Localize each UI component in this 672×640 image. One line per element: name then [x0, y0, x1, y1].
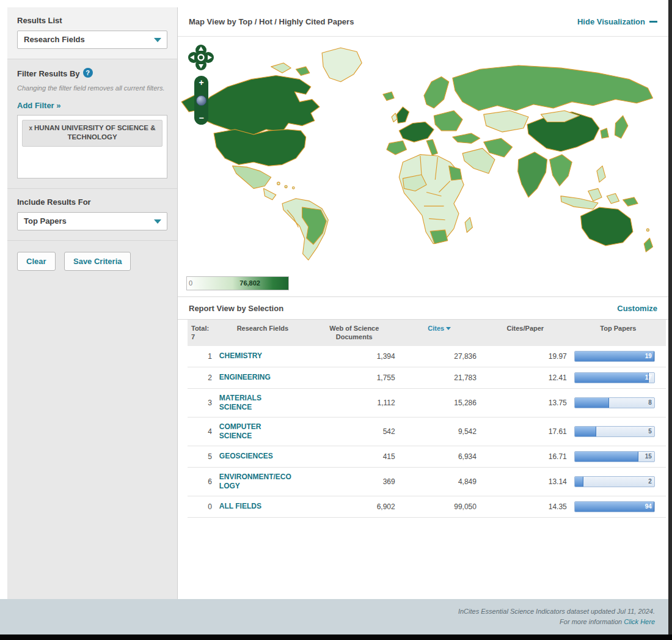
field-link[interactable]: ALL FIELDS [219, 502, 261, 511]
active-filter-label: HUNAN UNIVERSITY OF SCIENCE & TECHNOLOGY [34, 124, 156, 141]
top-papers-bar: 2 [574, 476, 655, 487]
main-panel: Map View by Top / Hot / Highly Cited Pap… [177, 7, 668, 599]
field-link[interactable]: COMPUTER SCIENCE [219, 422, 291, 441]
include-results-section: Include Results For Top Papers [7, 189, 177, 241]
cites-per-paper-value: 13.75 [480, 388, 571, 417]
field-link[interactable]: CHEMISTRY [219, 351, 262, 361]
row-rank: 6 [188, 467, 216, 496]
report-header: Report View by Selection Customize [178, 296, 668, 320]
include-results-label: Include Results For [17, 197, 167, 207]
clear-button[interactable]: Clear [17, 252, 56, 271]
column-header-cites-per-paper[interactable]: Cites/Paper [480, 320, 571, 346]
table-row: 3 MATERIALS SCIENCE 1,112 15,286 13.75 8 [188, 388, 666, 417]
cites-per-paper-value: 13.14 [480, 467, 571, 496]
dataset-updated-text: InCites Essential Science Indicators dat… [0, 606, 655, 617]
top-papers-value: 5 [648, 428, 652, 435]
globe-icon[interactable] [196, 95, 206, 106]
top-papers-value: 94 [645, 503, 652, 510]
field-link[interactable]: ENGINEERING [219, 373, 271, 382]
field-link[interactable]: GEOSCIENCES [219, 452, 273, 461]
save-criteria-button[interactable]: Save Criteria [64, 252, 131, 271]
column-header-research-fields[interactable]: Research Fields [216, 320, 310, 346]
field-link[interactable]: ENVIRONMENT/ECOLOGY [219, 473, 291, 491]
row-rank: 5 [188, 446, 216, 467]
results-list-section: Results List Research Fields [7, 7, 177, 59]
top-papers-value: 17 [645, 374, 652, 381]
legend-max-value: 76,802 [239, 279, 260, 287]
legend-min-value: 0 [189, 279, 192, 287]
add-filter-link[interactable]: Add Filter » [17, 101, 61, 110]
map-zoom-control[interactable]: + − [194, 76, 208, 125]
more-information-text: For more information Click Here [0, 617, 655, 627]
top-papers-value: 15 [645, 453, 652, 460]
collapse-minus-icon [649, 21, 657, 23]
map-visualization: + − 0 76,802 [178, 37, 668, 296]
top-papers-bar: 5 [574, 426, 655, 437]
cites-value: 6,934 [399, 446, 480, 467]
filter-note-text: Changing the filter field removes all cu… [17, 84, 167, 94]
cites-value: 27,836 [399, 346, 480, 367]
top-papers-bar: 19 [574, 351, 655, 362]
top-papers-value: 2 [648, 478, 652, 485]
documents-value: 415 [310, 446, 399, 467]
top-papers-value: 8 [648, 399, 652, 406]
world-map[interactable] [178, 42, 669, 273]
documents-value: 369 [310, 467, 399, 496]
chevron-down-icon [154, 38, 161, 42]
top-papers-bar: 94 [574, 501, 655, 512]
row-rank: 3 [188, 388, 216, 417]
results-list-label: Results List [17, 16, 167, 25]
table-row: 6 ENVIRONMENT/ECOLOGY 369 4,849 13.14 2 [188, 467, 666, 496]
map-title: Map View by Top / Hot / Highly Cited Pap… [189, 17, 354, 26]
report-title: Report View by Selection [189, 304, 283, 313]
table-row: 0 ALL FIELDS 6,902 99,050 14.35 94 [188, 496, 666, 517]
cites-per-paper-value: 16.71 [480, 446, 571, 467]
sort-desc-icon [446, 327, 451, 330]
active-filter-chip[interactable]: xHUNAN UNIVERSITY OF SCIENCE & TECHNOLOG… [22, 120, 163, 147]
window-edge-bottom [0, 634, 672, 640]
hide-visualization-link[interactable]: Hide Visualization [577, 17, 657, 26]
map-region-south-america[interactable] [282, 199, 328, 260]
map-pan-control[interactable] [188, 44, 214, 71]
click-here-link[interactable]: Click Here [624, 618, 655, 625]
cites-value: 21,783 [399, 367, 480, 388]
zoom-in-button[interactable]: + [199, 78, 203, 87]
filter-results-section: Filter Results By? Changing the filter f… [7, 59, 177, 189]
top-papers-bar: 15 [574, 451, 655, 462]
table-row: 2 ENGINEERING 1,755 21,783 12.41 17 [188, 367, 666, 388]
results-list-dropdown[interactable]: Research Fields [17, 31, 167, 49]
zoom-out-button[interactable]: − [199, 114, 203, 122]
include-results-selected-value: Top Papers [24, 216, 67, 226]
top-papers-value: 19 [645, 353, 652, 359]
map-region-oceania[interactable] [580, 207, 652, 252]
cites-per-paper-value: 19.97 [480, 346, 571, 367]
include-results-dropdown[interactable]: Top Papers [17, 212, 167, 230]
sidebar-actions: Clear Save Criteria [7, 241, 177, 282]
filters-sidebar: Results List Research Fields Filter Resu… [7, 7, 177, 599]
column-header-cites[interactable]: Cites [399, 320, 480, 346]
cites-per-paper-value: 17.61 [480, 417, 571, 446]
documents-value: 1,755 [310, 367, 399, 388]
map-region-europe[interactable] [383, 77, 462, 155]
row-rank: 1 [188, 346, 216, 367]
map-legend: 0 76,802 [186, 276, 289, 290]
field-link[interactable]: MATERIALS SCIENCE [219, 394, 291, 412]
map-region-africa[interactable] [399, 155, 472, 244]
results-list-selected-value: Research Fields [24, 35, 85, 44]
customize-link[interactable]: Customize [617, 304, 657, 313]
remove-filter-icon[interactable]: x [29, 125, 32, 131]
dataset-footer: InCites Essential Science Indicators dat… [0, 599, 668, 634]
top-papers-bar: 17 [574, 372, 655, 383]
table-row: 5 GEOSCIENCES 415 6,934 16.71 15 [188, 446, 666, 467]
cites-value: 9,542 [399, 417, 480, 446]
map-region-middle-east[interactable] [453, 133, 513, 174]
map-region-asia[interactable] [518, 111, 638, 209]
column-header-documents[interactable]: Web of Science Documents [310, 320, 399, 346]
documents-value: 1,394 [310, 346, 399, 367]
row-rank: 4 [188, 417, 216, 446]
column-header-top-papers[interactable]: Top Papers [571, 320, 666, 346]
row-rank: 0 [188, 496, 216, 517]
window-edge-right [668, 0, 672, 640]
map-header: Map View by Top / Hot / Highly Cited Pap… [178, 7, 668, 37]
help-icon[interactable]: ? [83, 68, 93, 78]
